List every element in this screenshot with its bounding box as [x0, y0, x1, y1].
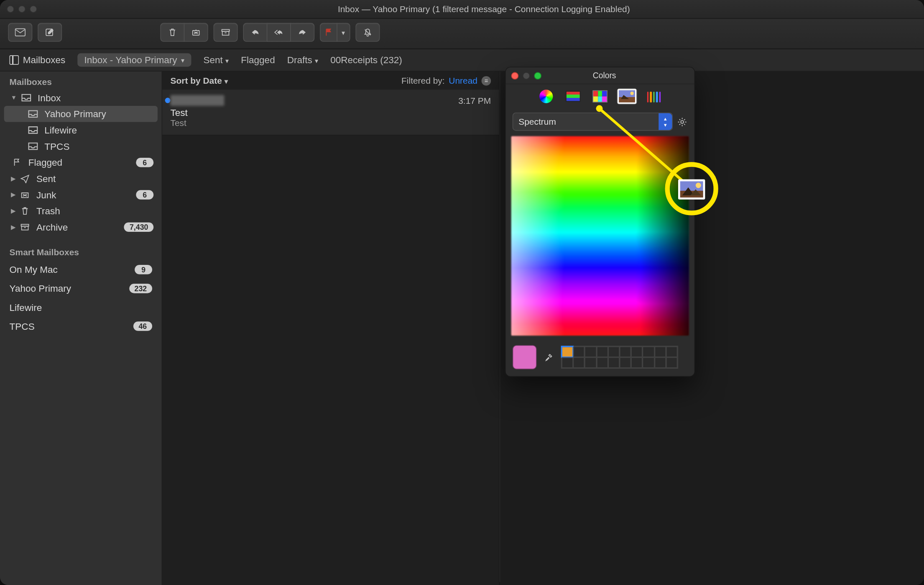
swatch-cell[interactable] [562, 357, 573, 368]
swatch-cell[interactable] [608, 357, 620, 368]
get-new-mail-button[interactable] [8, 23, 32, 42]
chevron-down-icon: ▾ [342, 28, 345, 36]
filter-icon[interactable]: ≡ [482, 76, 491, 85]
delete-button[interactable] [160, 23, 184, 42]
swatch-cell[interactable] [573, 357, 585, 368]
swatch-cell[interactable] [585, 346, 597, 357]
flag-menu-button[interactable]: ▾ [337, 23, 350, 42]
smart-item-tpcs[interactable]: TPCS 46 [0, 317, 162, 336]
svg-point-8 [681, 120, 684, 123]
sidebar-item-tpcs[interactable]: TPCS [0, 138, 162, 154]
forward-button[interactable] [290, 23, 314, 42]
chevron-down-icon: ▾ [225, 57, 229, 65]
window-traffic-lights [0, 5, 44, 13]
mail-window: Inbox — Yahoo Primary (1 filtered messag… [0, 0, 924, 585]
flag-button[interactable] [320, 23, 337, 42]
close-window-icon[interactable] [7, 5, 14, 13]
disclosure-right-icon[interactable]: ▶ [11, 208, 15, 214]
archive-button[interactable] [214, 23, 238, 42]
color-picker-modes [506, 84, 694, 110]
mode-image-palettes[interactable] [617, 88, 637, 105]
colors-traffic-lights [506, 72, 547, 80]
smart-item-on-my-mac[interactable]: On My Mac 9 [0, 260, 162, 279]
favorite-receipts[interactable]: 00Receipts (232) [330, 54, 402, 65]
image-palette-icon [618, 89, 636, 104]
count-badge: 232 [129, 284, 152, 293]
smart-item-lifewire[interactable]: Lifewire [0, 298, 162, 317]
disclosure-right-icon[interactable]: ▶ [11, 175, 15, 182]
mailboxes-sidebar[interactable]: Mailboxes ▼ Inbox Yahoo Primary Lifewire [0, 72, 162, 585]
swatch-grid[interactable] [561, 346, 678, 369]
palette-settings-button[interactable] [677, 116, 688, 127]
swatch-cell[interactable] [562, 346, 573, 357]
message-preview: Test [171, 118, 491, 128]
toggle-sidebar-button[interactable]: Mailboxes [10, 54, 66, 65]
colors-panel-titlebar[interactable]: Colors [506, 67, 694, 84]
filtered-by-label: Filtered by: [401, 75, 445, 85]
favorite-drafts[interactable]: Drafts ▾ [287, 54, 318, 65]
sidebar-item-trash[interactable]: ▶ Trash [0, 203, 162, 219]
filter-value-link[interactable]: Unread [449, 75, 477, 85]
swatch-cell[interactable] [585, 357, 597, 368]
eyedropper-icon [544, 352, 554, 362]
chevron-down-icon: ▾ [225, 77, 228, 85]
sidebar-item-archive[interactable]: ▶ Archive 7,430 [0, 219, 162, 235]
mode-color-wheel[interactable] [536, 88, 556, 105]
swatch-cell[interactable] [643, 346, 654, 357]
spectrum-image[interactable] [511, 136, 689, 336]
minimize-icon[interactable] [523, 72, 530, 80]
favorite-flagged[interactable]: Flagged [241, 54, 275, 65]
swatch-cell[interactable] [620, 346, 631, 357]
reply-button[interactable] [243, 23, 267, 42]
swatch-cell[interactable] [654, 357, 666, 368]
move-to-junk-button[interactable] [184, 23, 208, 42]
current-mailbox-chip[interactable]: Inbox - Yahoo Primary ▾ [77, 53, 191, 67]
sidebar-item-lifewire[interactable]: Lifewire [0, 122, 162, 139]
sidebar-item-flagged[interactable]: Flagged 6 [0, 154, 162, 171]
disclosure-down-icon[interactable]: ▼ [11, 94, 17, 101]
sidebar-toggle-icon [10, 55, 19, 65]
sidebar-item-sent[interactable]: ▶ Sent [0, 171, 162, 187]
mode-color-sliders[interactable] [563, 88, 583, 105]
swatch-cell[interactable] [596, 357, 608, 368]
reply-all-button[interactable] [267, 23, 291, 42]
colors-panel[interactable]: Colors Spectrum [505, 67, 695, 377]
swatch-cell[interactable] [631, 346, 643, 357]
swatch-cell[interactable] [631, 357, 643, 368]
mute-button[interactable] [355, 23, 380, 42]
sidebar-item-junk[interactable]: ▶ Junk 6 [0, 187, 162, 203]
current-color-well[interactable] [513, 345, 537, 369]
swatch-cell[interactable] [573, 346, 585, 357]
gear-icon [677, 117, 688, 126]
smart-item-yahoo-primary[interactable]: Yahoo Primary 232 [0, 279, 162, 298]
swatch-cell[interactable] [666, 346, 678, 357]
unread-dot-icon [165, 98, 171, 103]
swatch-cell[interactable] [608, 346, 620, 357]
swatch-cell[interactable] [654, 346, 666, 357]
mailboxes-label: Mailboxes [23, 54, 66, 65]
disclosure-right-icon[interactable]: ▶ [11, 224, 15, 231]
mode-pencils[interactable] [644, 88, 664, 105]
mode-color-palettes[interactable] [590, 88, 610, 105]
sort-button[interactable]: Sort by Date ▾ [171, 75, 228, 85]
swatch-cell[interactable] [596, 346, 608, 357]
window-title: Inbox — Yahoo Primary (1 filtered messag… [44, 4, 924, 14]
sidebar-item-inbox[interactable]: ▼ Inbox [0, 90, 162, 106]
favorite-sent[interactable]: Sent ▾ [203, 54, 229, 65]
flag-icon [11, 158, 23, 167]
swatch-cell[interactable] [666, 357, 678, 368]
zoom-window-icon[interactable] [30, 5, 37, 13]
inbox-tray-icon [27, 109, 39, 119]
minimize-window-icon[interactable] [18, 5, 26, 13]
new-message-button[interactable] [38, 23, 62, 42]
zoom-icon[interactable] [534, 72, 541, 80]
palette-dropdown[interactable]: Spectrum [513, 113, 673, 131]
message-row[interactable]: 3:17 PM Test Test [162, 90, 499, 136]
eyedropper-button[interactable] [542, 351, 556, 364]
swatch-cell[interactable] [620, 357, 631, 368]
message-subject: Test [171, 107, 491, 118]
swatch-cell[interactable] [643, 357, 654, 368]
disclosure-right-icon[interactable]: ▶ [11, 191, 15, 198]
sidebar-item-yahoo-primary[interactable]: Yahoo Primary [4, 106, 158, 122]
close-icon[interactable] [511, 72, 519, 80]
